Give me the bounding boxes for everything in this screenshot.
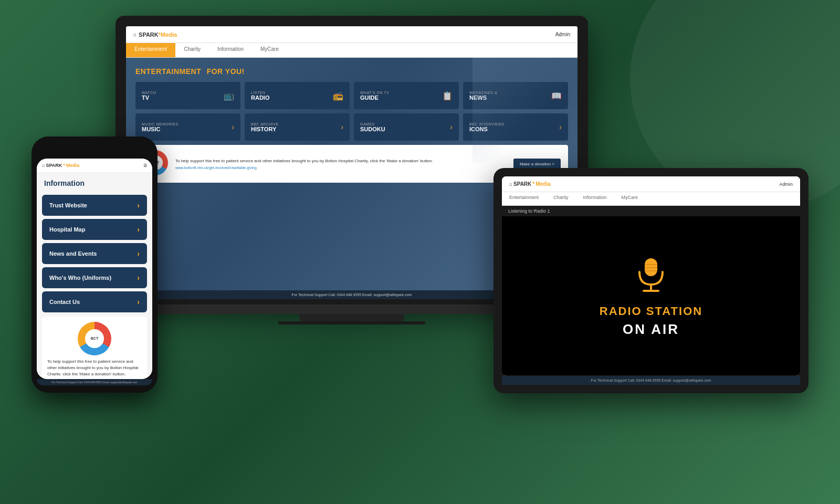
tv-icon: 📺 — [224, 91, 234, 101]
tablet-header: ⌂ SPARK*Media Admin — [502, 176, 800, 192]
page-title: ENTERTAINMENT for you! — [135, 67, 568, 76]
arrow-icon-3: › — [137, 249, 140, 258]
phone-menu-hospital-map[interactable]: Hospital Map › — [42, 219, 147, 240]
brand-spark: SPARK — [139, 32, 159, 38]
tiles-row-1: WATCH TV 📺 LISTEN RADIO 📻 — [135, 82, 568, 109]
chevron-right-icon-3: › — [450, 123, 453, 131]
tile-history[interactable]: BBC ARCHIVE HISTORY › — [245, 113, 350, 141]
brand-media: Media — [161, 32, 177, 38]
tile-guide[interactable]: WHAT'S ON TV GUIDE 📋 — [354, 82, 459, 109]
title-post: for you! — [207, 67, 245, 76]
hamburger-menu-icon[interactable]: ≡ — [143, 162, 147, 169]
tile-tv[interactable]: WATCH TV 📺 — [135, 82, 240, 109]
phone-charity-logo: BCT — [47, 322, 142, 355]
now-playing-bar: Listening to Radio 1 — [502, 206, 800, 216]
phone-notch — [74, 144, 116, 154]
title-pre: ENTERTAINMENT — [135, 67, 201, 76]
arrow-icon-2: › — [137, 225, 140, 234]
laptop-stand — [299, 314, 404, 321]
home-icon: ⌂ — [133, 32, 136, 37]
tile-icons[interactable]: BBC INTERVIEWS ICONS › — [463, 113, 568, 141]
arrow-icon-5: › — [137, 298, 140, 306]
tablet-brand-media: Media — [536, 181, 550, 187]
phone-content: Information Trust Website › Hospital Map… — [37, 173, 152, 375]
tablet-device: ⌂ SPARK*Media Admin Entertainment Charit… — [494, 168, 808, 393]
tablet-home-icon: ⌂ — [509, 181, 512, 187]
radio-icon: 📻 — [333, 91, 343, 101]
phone-menu-news-events[interactable]: News and Events › — [42, 243, 147, 264]
phone-menu-contact-us[interactable]: Contact Us › — [42, 291, 147, 312]
laptop-nav-charity[interactable]: Charity — [175, 43, 209, 57]
phone-outer: ⌂ SPARK*Media ≡ Information Trust Websit… — [32, 136, 158, 393]
laptop-app-header: ⌂ SPARK*Media Admin — [126, 26, 578, 43]
phone-device: ⌂ SPARK*Media ≡ Information Trust Websit… — [32, 136, 158, 393]
chevron-right-icon-4: › — [559, 123, 562, 131]
arrow-icon-4: › — [137, 274, 140, 282]
guide-icon: 📋 — [442, 91, 453, 101]
magazines-icon: 📖 — [551, 91, 562, 101]
tile-magazines[interactable]: MAGAZINES & NEWS 📖 — [463, 82, 568, 109]
tablet-content: Listening to Radio 1 — [502, 206, 800, 376]
phone-charity-section: BCT To help support this free to patient… — [42, 317, 147, 375]
tablet-footer: For Technical Support Call: 0344 848 955… — [502, 376, 800, 385]
tiles-row-2: MUSIC MEMORIES MUSIC › BBC ARCHIVE HISTO… — [135, 113, 568, 141]
radio-station-text: RADIO STATION — [600, 304, 702, 318]
on-air-text: ON AIR — [623, 321, 679, 338]
phone-footer: For Technical Support Call: 0344 848 955… — [37, 379, 152, 385]
phone-brand-media: Media — [66, 163, 80, 168]
tablet-nav: Entertainment Charity Information MyCare — [502, 192, 800, 206]
tablet-brand-star: * — [532, 181, 534, 187]
charity-description: To help support this free to patient ser… — [175, 158, 508, 169]
phone-screen: ⌂ SPARK*Media ≡ Information Trust Websit… — [37, 159, 152, 379]
charity-link[interactable]: www.boltonft.nhs.uk/get-involved/charita… — [175, 166, 508, 170]
laptop-foot — [278, 321, 425, 324]
tablet-logo: ⌂ SPARK*Media — [509, 181, 551, 187]
chevron-right-icon-2: › — [341, 123, 343, 131]
chevron-right-icon: › — [232, 123, 234, 131]
laptop-admin-label: Admin — [555, 32, 570, 37]
phone-home-icon: ⌂ — [42, 163, 45, 168]
radio-player: RADIO STATION ON AIR — [502, 216, 800, 375]
laptop-nav: Entertainment Charity Information MyCare — [126, 43, 578, 58]
svg-rect-0 — [645, 258, 657, 276]
tablet-outer: ⌂ SPARK*Media Admin Entertainment Charit… — [494, 168, 808, 393]
tile-radio[interactable]: LISTEN RADIO 📻 — [245, 82, 350, 109]
phone-section-title: Information — [37, 173, 152, 192]
phone-brand-star: * — [63, 163, 65, 168]
arrow-icon: › — [137, 201, 140, 209]
laptop-logo: ⌂ SPARK*Media — [133, 32, 177, 38]
tile-sudoku[interactable]: GAMES SUDOKU › — [354, 113, 459, 141]
phone-menu-whos-who[interactable]: Who's Who (Uniforms) › — [42, 267, 147, 288]
tablet-brand-spark: SPARK — [513, 181, 531, 187]
tablet-nav-charity[interactable]: Charity — [546, 192, 576, 205]
microphone-icon — [630, 254, 672, 296]
laptop-nav-entertainment[interactable]: Entertainment — [126, 43, 175, 57]
laptop-nav-mycare[interactable]: MyCare — [252, 43, 287, 57]
tablet-admin-label: Admin — [779, 182, 793, 187]
tablet-nav-entertainment[interactable]: Entertainment — [502, 192, 546, 205]
tablet-nav-information[interactable]: Information — [576, 192, 614, 205]
laptop-nav-information[interactable]: Information — [209, 43, 252, 57]
phone-charity-text: To help support this free to patient ser… — [47, 359, 142, 375]
phone-brand-spark: SPARK — [46, 163, 62, 168]
tablet-screen: ⌂ SPARK*Media Admin Entertainment Charit… — [502, 176, 800, 376]
phone-menu-trust-website[interactable]: Trust Website › — [42, 195, 147, 216]
phone-header: ⌂ SPARK*Media ≡ — [37, 159, 152, 173]
tablet-nav-mycare[interactable]: MyCare — [614, 192, 646, 205]
phone-logo: ⌂ SPARK*Media — [42, 163, 79, 168]
